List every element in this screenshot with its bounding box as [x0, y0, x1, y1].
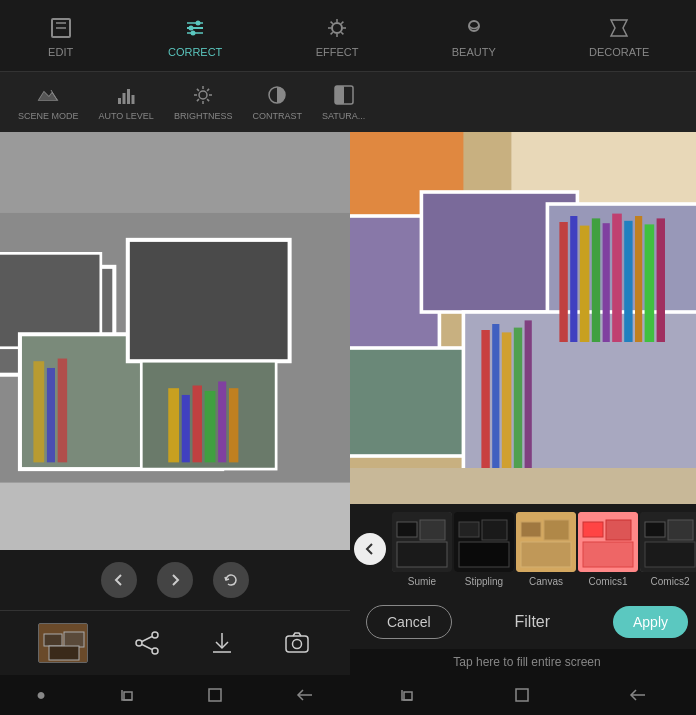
svg-rect-96 [482, 520, 507, 540]
thumbnail[interactable] [38, 623, 88, 663]
filter-comics2-label: Comics2 [651, 576, 690, 587]
nav-edit[interactable]: EDIT [35, 6, 87, 66]
svg-rect-37 [0, 483, 350, 550]
svg-rect-95 [459, 522, 479, 537]
svg-rect-46 [205, 391, 216, 462]
svg-rect-76 [580, 226, 590, 342]
svg-rect-54 [64, 632, 84, 647]
svg-line-59 [142, 637, 152, 642]
sys-circle-left: ● [36, 686, 46, 704]
svg-rect-48 [229, 388, 238, 462]
left-bottom-controls [0, 550, 350, 610]
share-button[interactable] [131, 627, 163, 659]
download-button[interactable] [206, 627, 238, 659]
svg-rect-63 [286, 636, 308, 652]
filter-stippling-thumb [454, 512, 514, 572]
svg-rect-101 [521, 542, 571, 567]
svg-rect-75 [570, 216, 577, 342]
nav-effect[interactable]: EFFECT [304, 6, 371, 66]
svg-rect-19 [118, 98, 121, 104]
svg-rect-100 [544, 520, 569, 540]
svg-rect-83 [657, 218, 665, 342]
tool-contrast[interactable]: CONTRAST [242, 79, 312, 125]
svg-rect-99 [521, 522, 541, 537]
svg-rect-108 [668, 520, 693, 540]
svg-rect-114 [516, 689, 528, 701]
svg-rect-53 [44, 634, 62, 646]
prev-button[interactable] [101, 562, 137, 598]
brightness-icon [191, 83, 215, 107]
filter-title: Filter [515, 613, 551, 631]
svg-rect-87 [514, 328, 522, 474]
svg-rect-47 [218, 381, 226, 462]
right-image-area [350, 132, 696, 504]
svg-rect-103 [583, 522, 603, 537]
filter-canvas-label: Canvas [529, 576, 563, 587]
svg-rect-105 [583, 542, 633, 567]
cancel-button[interactable]: Cancel [366, 605, 452, 639]
nav-effect-label: EFFECT [316, 46, 359, 58]
nav-beauty[interactable]: BEAUTY [440, 6, 508, 66]
svg-rect-44 [182, 395, 190, 462]
effect-icon [323, 14, 351, 42]
svg-point-18 [469, 21, 479, 31]
filter-sumie[interactable]: Sumie [392, 512, 452, 587]
svg-line-30 [207, 89, 209, 91]
svg-line-29 [207, 99, 209, 101]
svg-rect-79 [612, 214, 622, 342]
sys-corner-left[interactable] [119, 687, 135, 703]
svg-rect-78 [603, 223, 610, 342]
history-button[interactable] [213, 562, 249, 598]
next-button[interactable] [157, 562, 193, 598]
filter-stippling[interactable]: Stippling [454, 512, 514, 587]
svg-rect-49 [33, 361, 44, 462]
svg-rect-84 [481, 330, 489, 474]
svg-point-6 [196, 20, 201, 25]
svg-point-8 [191, 30, 196, 35]
camera-button[interactable] [281, 627, 313, 659]
svg-rect-20 [123, 93, 126, 104]
sys-corner-right[interactable] [399, 687, 415, 703]
tool-brightness[interactable]: BRIGHTNESS [164, 79, 243, 125]
left-panel [0, 132, 350, 675]
tool-saturation-label: SATURA... [322, 111, 365, 121]
sys-back-right[interactable] [629, 687, 647, 703]
svg-rect-41 [128, 240, 290, 361]
filter-sumie-label: Sumie [408, 576, 436, 587]
svg-line-31 [197, 99, 199, 101]
filter-comics2[interactable]: Comics2 [640, 512, 696, 587]
filter-canvas[interactable]: Canvas [516, 512, 576, 587]
tool-scene-mode[interactable]: SCENE MODE [8, 79, 89, 125]
filter-sumie-thumb [392, 512, 452, 572]
svg-rect-104 [606, 520, 631, 540]
filter-comics1-label: Comics1 [589, 576, 628, 587]
sys-square-left[interactable] [207, 687, 223, 703]
svg-line-14 [331, 21, 333, 23]
apply-button[interactable]: Apply [613, 606, 688, 638]
svg-rect-89 [350, 468, 696, 504]
nav-edit-label: EDIT [48, 46, 73, 58]
auto-level-icon [114, 83, 138, 107]
filter-comics1[interactable]: Comics1 [578, 512, 638, 587]
left-image-area [0, 132, 350, 550]
svg-rect-34 [335, 86, 344, 104]
svg-rect-77 [592, 218, 600, 342]
correct-icon [181, 14, 209, 42]
svg-rect-88 [525, 320, 532, 474]
main-area: Sumie Stippling [0, 132, 696, 675]
right-panel: Sumie Stippling [350, 132, 696, 675]
svg-rect-74 [559, 222, 567, 342]
filter-back-button[interactable] [354, 533, 386, 565]
tool-auto-level[interactable]: AUTO LEVEL [89, 79, 164, 125]
sys-back-left[interactable] [296, 687, 314, 703]
svg-rect-51 [58, 359, 67, 463]
sys-square-right[interactable] [514, 687, 530, 703]
tool-contrast-label: CONTRAST [252, 111, 302, 121]
filter-stippling-label: Stippling [465, 576, 503, 587]
tool-saturation[interactable]: SATURA... [312, 79, 375, 125]
nav-decorate[interactable]: DECORATE [577, 6, 661, 66]
nav-correct[interactable]: CORRECT [156, 6, 234, 66]
svg-line-15 [341, 32, 343, 34]
svg-rect-45 [193, 385, 202, 462]
filter-strip: Sumie Stippling [350, 504, 696, 594]
